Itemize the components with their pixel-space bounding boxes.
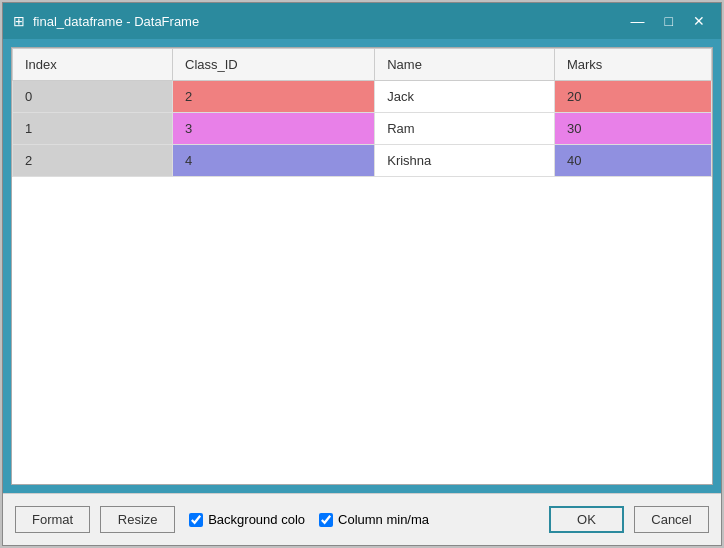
col-header-name: Name xyxy=(375,49,555,81)
title-bar-controls: — □ ✕ xyxy=(625,11,711,31)
footer: Format Resize Background colo Column min… xyxy=(3,493,721,545)
cell-classid-1: 3 xyxy=(173,113,375,145)
title-bar: ⊞ final_dataframe - DataFrame — □ ✕ xyxy=(3,3,721,39)
cell-marks-0: 20 xyxy=(554,81,711,113)
bg-color-group: Background colo xyxy=(189,512,305,527)
content-area: Index Class_ID Name Marks 0 2 Jack 20 1 xyxy=(3,39,721,493)
window-title: final_dataframe - DataFrame xyxy=(33,14,625,29)
cell-name-0: Jack xyxy=(375,81,555,113)
dataframe-table: Index Class_ID Name Marks 0 2 Jack 20 1 xyxy=(12,48,712,177)
table-row: 1 3 Ram 30 xyxy=(13,113,712,145)
cell-classid-0: 2 xyxy=(173,81,375,113)
cell-index-1: 1 xyxy=(13,113,173,145)
cell-marks-1: 30 xyxy=(554,113,711,145)
col-minmax-group: Column min/ma xyxy=(319,512,429,527)
table-row: 0 2 Jack 20 xyxy=(13,81,712,113)
cell-index-2: 2 xyxy=(13,145,173,177)
main-window: ⊞ final_dataframe - DataFrame — □ ✕ Inde… xyxy=(2,2,722,546)
cell-name-1: Ram xyxy=(375,113,555,145)
dataframe-container: Index Class_ID Name Marks 0 2 Jack 20 1 xyxy=(11,47,713,485)
resize-button[interactable]: Resize xyxy=(100,506,175,533)
table-row: 2 4 Krishna 40 xyxy=(13,145,712,177)
window-icon: ⊞ xyxy=(13,13,25,29)
cell-marks-2: 40 xyxy=(554,145,711,177)
cell-index-0: 0 xyxy=(13,81,173,113)
minimize-button[interactable]: — xyxy=(625,11,651,31)
col-minmax-label: Column min/ma xyxy=(338,512,429,527)
ok-button[interactable]: OK xyxy=(549,506,624,533)
format-button[interactable]: Format xyxy=(15,506,90,533)
bg-color-checkbox[interactable] xyxy=(189,513,203,527)
close-button[interactable]: ✕ xyxy=(687,11,711,31)
cell-name-2: Krishna xyxy=(375,145,555,177)
col-header-marks: Marks xyxy=(554,49,711,81)
cancel-button[interactable]: Cancel xyxy=(634,506,709,533)
col-minmax-checkbox[interactable] xyxy=(319,513,333,527)
bg-color-label: Background colo xyxy=(208,512,305,527)
col-header-index: Index xyxy=(13,49,173,81)
cell-classid-2: 4 xyxy=(173,145,375,177)
col-header-classid: Class_ID xyxy=(173,49,375,81)
maximize-button[interactable]: □ xyxy=(659,11,679,31)
table-header-row: Index Class_ID Name Marks xyxy=(13,49,712,81)
